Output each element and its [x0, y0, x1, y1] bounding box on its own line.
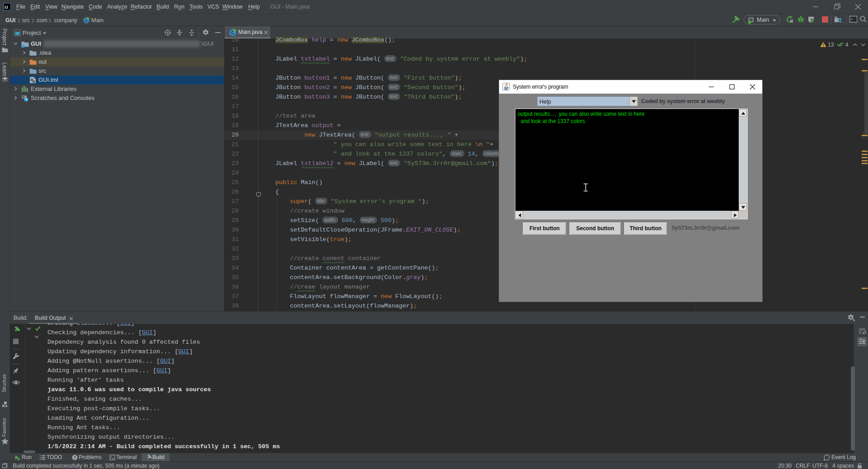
svg-text:IJ: IJ	[5, 5, 8, 9]
